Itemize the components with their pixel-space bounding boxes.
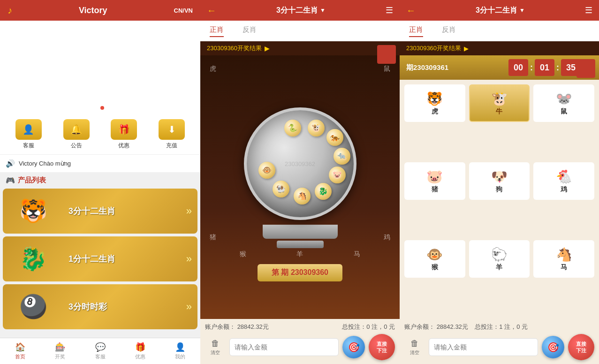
product-list: 🐯 3分十二生肖 » 🐉 1分十二生肖 » 🎱 3分时时彩 » (0, 189, 200, 329)
menu-icon[interactable]: ☰ (386, 5, 393, 15)
period-label-mid: 第 期 230309360 (258, 264, 342, 281)
zodiac3-label: 3分十二生肖 (64, 205, 186, 217)
nav-lottery[interactable]: 🎰 开奖 (40, 338, 80, 364)
ball-1: 🐍 (284, 120, 301, 136)
zodiac3-arrow: » (186, 205, 197, 217)
right-tab-zhengxiao[interactable]: 正肖 (409, 25, 423, 37)
nav-home-label: 首页 (15, 353, 25, 360)
zodiac-pig[interactable]: 🐷 猪 (404, 162, 465, 200)
zodiac-chicken[interactable]: 🐔 鸡 (533, 162, 594, 200)
chicken-emoji: 🐔 (556, 169, 572, 184)
total-bet-right: 总投注：1 注，0 元 (475, 323, 528, 330)
product-header: 🎮 产品列表 (0, 172, 200, 189)
tab-fanxiao[interactable]: 反肖 (243, 25, 257, 37)
quick-btn-recharge[interactable]: ⬇ 充值 (159, 119, 185, 150)
dog-emoji: 🐶 (491, 169, 508, 184)
banner-dot (100, 106, 104, 110)
announcement-label: 公告 (71, 142, 82, 150)
nav-home[interactable]: 🏠 首页 (0, 338, 40, 364)
zodiac-dog[interactable]: 🐶 狗 (469, 162, 530, 200)
horse-emoji: 🐴 (556, 247, 572, 262)
betting-area: 230309360开奖结果 ▶ 期230309361 00 : 01 : 35 … (400, 41, 599, 319)
trash-icon-right: 🗑 (410, 339, 419, 349)
quick-btn-promo[interactable]: 🎁 优惠 (111, 119, 137, 150)
lang-switch[interactable]: CN/VN (174, 7, 193, 14)
nav-promo[interactable]: 🎁 优惠 (120, 338, 160, 364)
promo-label: 优惠 (118, 142, 129, 150)
chips-button-mid[interactable]: 🎯 (342, 336, 365, 358)
right-dropdown-icon[interactable]: ▼ (519, 7, 525, 14)
monkey-name: 猴 (432, 263, 438, 272)
tab-zhengxiao[interactable]: 正肖 (210, 25, 224, 37)
direct-bet-label-right: 直接 (576, 341, 586, 347)
chips-button-right[interactable]: 🎯 (542, 336, 564, 358)
result-bar-mid: 230309360开奖结果 ▶ (200, 41, 400, 55)
right-back-icon[interactable]: ← (406, 5, 416, 16)
bet-input-right[interactable] (429, 338, 538, 356)
direct-bet-label2-mid: 下注 (377, 347, 387, 354)
nav-service[interactable]: 💬 客服 (80, 338, 120, 364)
period-timer-row: 期230309361 00 : 01 : 35 ↻ (400, 55, 599, 80)
zodiac-goat[interactable]: 🐑 羊 (469, 240, 530, 278)
clear-button-mid[interactable]: 🗑 清空 (205, 337, 226, 357)
lottery-arrow: » (186, 301, 197, 313)
ball-2: 🐮 (308, 120, 325, 136)
clear-label-mid: 清空 (211, 349, 220, 356)
game-title-wrap: 3分十二生肖 ▼ (276, 6, 326, 15)
label-goat: 羊 (296, 250, 303, 258)
quick-btn-customer[interactable]: 👤 客服 (15, 119, 42, 150)
zodiac-monkey[interactable]: 🐵 猴 (404, 240, 465, 278)
timer-hours: 00 (508, 59, 528, 76)
quick-buttons-row: 👤 客服 🔔 公告 🎁 优惠 ⬇ 充值 (0, 114, 200, 154)
label-monkey: 猴 (240, 250, 246, 258)
customer-label: 客服 (23, 142, 34, 150)
label-chicken: 鸡 (384, 233, 390, 242)
zodiac-rat[interactable]: 🐭 鼠 (533, 84, 594, 122)
product-card-zodiac1[interactable]: 🐉 1分十二生肖 » (3, 236, 197, 281)
nav-mine[interactable]: 👤 我的 (160, 338, 200, 364)
product-card-lottery[interactable]: 🎱 3分时时彩 » (3, 284, 197, 329)
app-title: Victory (79, 6, 107, 15)
balls-container: 🐍 🐮 🐅 🐀 🐷 🐉 🐴 🐏 🐵 (247, 110, 354, 217)
result-arrow-mid: ▶ (265, 45, 270, 52)
bet-input-mid[interactable] (229, 338, 339, 356)
pig-name: 猪 (432, 185, 438, 194)
zodiac-grid: 🐯 虎 🐮 牛 🐭 鼠 🐷 猪 🐶 狗 (400, 80, 599, 319)
clear-button-right[interactable]: 🗑 清空 (404, 337, 425, 357)
announcement-text: Victory Chào mừng (19, 160, 71, 167)
nav-service-label: 客服 (95, 353, 106, 360)
ox-emoji: 🐮 (491, 91, 508, 106)
balance-value-right: 28842.32元 (437, 323, 468, 330)
product-card-zodiac3[interactable]: 🐯 3分十二生肖 » (3, 189, 197, 234)
direct-bet-button-mid[interactable]: 直接 下注 (369, 334, 395, 360)
direct-bet-label-mid: 直接 (377, 341, 387, 347)
mid-tabs: 正肖 反肖 (200, 21, 400, 41)
zodiac-horse[interactable]: 🐴 马 (533, 240, 594, 278)
right-tab-fanxiao[interactable]: 反肖 (442, 25, 456, 37)
right-bet-info: 账户余额： 28842.32元 总投注：1 注，0 元 (404, 323, 594, 331)
customer-icon: 👤 (15, 119, 42, 140)
ball-3: 🐅 (326, 129, 343, 146)
rat-name: 鼠 (561, 107, 567, 116)
right-menu-icon[interactable]: ☰ (585, 5, 592, 15)
back-icon[interactable]: ← (207, 5, 216, 16)
announcement-bar: 🔊 Victory Chào mừng (0, 154, 200, 172)
mid-top-bar: ← 3分十二生肖 ▼ ☰ (200, 0, 400, 21)
left-panel: ♪ Victory CN/VN 👤 客服 🔔 公告 🎁 优惠 ⬇ 充值 🔊 Vi… (0, 0, 200, 364)
quick-btn-announcement[interactable]: 🔔 公告 (63, 119, 90, 150)
timer-minutes: 01 (535, 59, 554, 76)
globe-base (263, 225, 338, 239)
goat-emoji: 🐑 (491, 247, 508, 262)
dropdown-icon[interactable]: ▼ (320, 7, 326, 14)
result-text-mid: 230309360开奖结果 (207, 44, 262, 53)
right-game-title: 3分十二生肖 (476, 6, 517, 15)
right-panel: ← 3分十二生肖 ▼ ☰ 正肖 反肖 230309360开奖结果 ▶ 期2303… (400, 0, 599, 364)
logo-icon: ♪ (8, 5, 12, 16)
balance-key-mid: 账户余额： (205, 323, 235, 330)
chicken-name: 鸡 (561, 185, 567, 194)
right-tabs: 正肖 反肖 (400, 21, 599, 41)
zodiac-ox[interactable]: 🐮 牛 (469, 84, 530, 122)
zodiac-tiger[interactable]: 🐯 虎 (404, 84, 465, 122)
pig-emoji: 🐷 (426, 169, 443, 184)
direct-bet-button-right[interactable]: 直接 下注 (568, 334, 594, 360)
